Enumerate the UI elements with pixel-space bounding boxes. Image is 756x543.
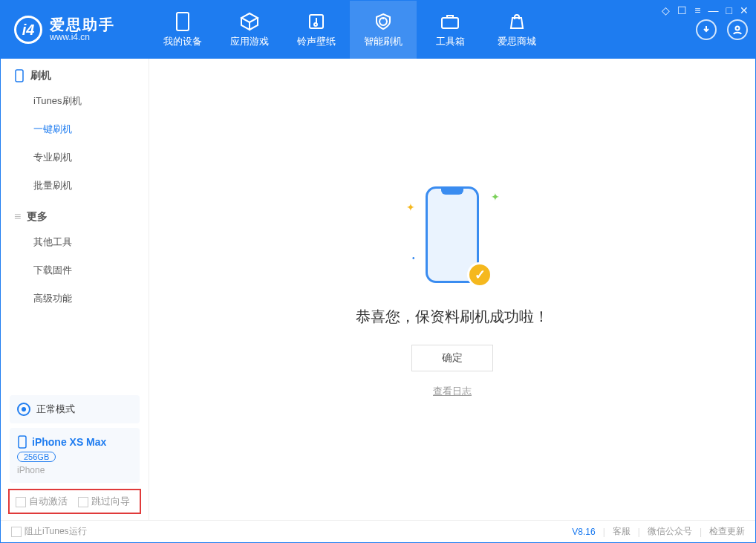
highlighted-options: 自动激活 跳过向导: [8, 489, 141, 514]
download-button[interactable]: [696, 19, 717, 40]
main-content: ✦ ✦ • ✓ 恭喜您，保资料刷机成功啦！ 确定 查看日志: [149, 59, 755, 520]
logo-icon: i4: [14, 16, 42, 44]
svg-rect-6: [19, 436, 26, 448]
nav-label: 智能刷机: [364, 35, 403, 48]
theme-icon[interactable]: ◇: [662, 4, 670, 16]
device-icon: [172, 11, 193, 32]
ok-button[interactable]: 确定: [411, 345, 493, 371]
nav-label: 铃声壁纸: [297, 35, 336, 48]
cb-label: 跳过向导: [91, 495, 130, 507]
close-icon[interactable]: ✕: [740, 4, 749, 16]
window-controls: ◇ ☐ ≡ — □ ✕: [662, 4, 749, 16]
group-title: 刷机: [30, 69, 51, 82]
device-type: iPhone: [17, 465, 132, 475]
nav-my-device[interactable]: 我的设备: [149, 1, 216, 59]
device-name: iPhone XS Max: [32, 436, 106, 448]
statusbar: 阻止iTunes运行 V8.16 | 客服 | 微信公众号 | 检查更新: [1, 520, 755, 542]
toolbox-icon: [440, 11, 460, 32]
version-label: V8.16: [572, 527, 595, 537]
svg-point-4: [736, 27, 740, 30]
nav-label: 爱思商城: [498, 35, 536, 48]
sparkle-icon: •: [412, 254, 415, 262]
account-button[interactable]: [727, 19, 748, 40]
nav-label: 应用游戏: [230, 35, 269, 48]
nav-ringtones[interactable]: 铃声壁纸: [283, 1, 350, 59]
app-subtitle: www.i4.cn: [50, 33, 115, 42]
nav-flash[interactable]: 智能刷机: [350, 1, 417, 59]
sparkle-icon: ✦: [406, 201, 415, 213]
cb-label: 自动激活: [29, 495, 68, 507]
check-update-link[interactable]: 检查更新: [709, 525, 745, 538]
block-itunes-checkbox[interactable]: 阻止iTunes运行: [11, 525, 87, 538]
sidebar-item-batch[interactable]: 批量刷机: [1, 172, 149, 200]
logo: i4 爱思助手 www.i4.cn: [1, 16, 149, 44]
support-link[interactable]: 客服: [613, 525, 630, 538]
cb-label: 阻止iTunes运行: [25, 526, 87, 536]
cube-icon: [239, 11, 260, 32]
nav-store[interactable]: 爱思商城: [483, 1, 550, 59]
mode-label: 正常模式: [36, 403, 75, 416]
wechat-link[interactable]: 微信公众号: [648, 525, 692, 538]
sidebar: 刷机 iTunes刷机 一键刷机 专业刷机 批量刷机 ≡ 更多 其他工具 下载固…: [1, 59, 149, 520]
group-title: 更多: [27, 210, 48, 224]
sidebar-item-onekey[interactable]: 一键刷机: [1, 115, 149, 143]
sidebar-group-flash: 刷机: [1, 59, 149, 87]
sparkle-icon: ✦: [491, 191, 500, 203]
success-illustration: ✦ ✦ • ✓: [415, 181, 489, 292]
auto-activate-checkbox[interactable]: 自动激活: [16, 495, 68, 508]
device-capacity: 256GB: [17, 452, 56, 462]
svg-rect-3: [442, 18, 458, 28]
feedback-icon[interactable]: ☐: [677, 4, 687, 16]
sidebar-item-itunes[interactable]: iTunes刷机: [1, 87, 149, 115]
minimize-icon[interactable]: —: [708, 4, 719, 16]
top-nav: 我的设备 应用游戏 铃声壁纸 智能刷机 工具箱 爱思商城: [149, 1, 550, 59]
more-icon: ≡: [14, 210, 21, 224]
svg-rect-5: [16, 70, 23, 82]
status-dot-icon: [17, 403, 30, 416]
sidebar-item-firmware[interactable]: 下载固件: [1, 256, 149, 284]
header: i4 爱思助手 www.i4.cn 我的设备 应用游戏 铃声壁纸 智能刷机 工具…: [1, 1, 755, 59]
sidebar-item-advanced[interactable]: 高级功能: [1, 284, 149, 313]
app-title: 爱思助手: [50, 16, 115, 33]
menu-icon[interactable]: ≡: [694, 4, 700, 16]
store-icon: [506, 11, 527, 32]
sidebar-item-pro[interactable]: 专业刷机: [1, 143, 149, 172]
music-icon: [306, 11, 327, 32]
mode-status[interactable]: 正常模式: [10, 395, 140, 423]
skip-guide-checkbox[interactable]: 跳过向导: [78, 495, 130, 508]
shield-icon: [373, 11, 394, 32]
nav-toolbox[interactable]: 工具箱: [417, 1, 483, 59]
nav-label: 我的设备: [163, 35, 202, 48]
svg-rect-0: [177, 13, 189, 30]
svg-point-2: [314, 23, 317, 26]
view-log-link[interactable]: 查看日志: [433, 385, 472, 398]
nav-label: 工具箱: [436, 35, 465, 48]
phone-icon: [17, 435, 27, 449]
sidebar-item-other[interactable]: 其他工具: [1, 228, 149, 256]
nav-apps[interactable]: 应用游戏: [216, 1, 283, 59]
device-info[interactable]: iPhone XS Max 256GB iPhone: [10, 428, 140, 483]
maximize-icon[interactable]: □: [726, 4, 732, 16]
success-message: 恭喜您，保资料刷机成功啦！: [356, 307, 549, 327]
sidebar-group-more: ≡ 更多: [1, 200, 149, 228]
check-badge-icon: ✓: [467, 262, 492, 287]
